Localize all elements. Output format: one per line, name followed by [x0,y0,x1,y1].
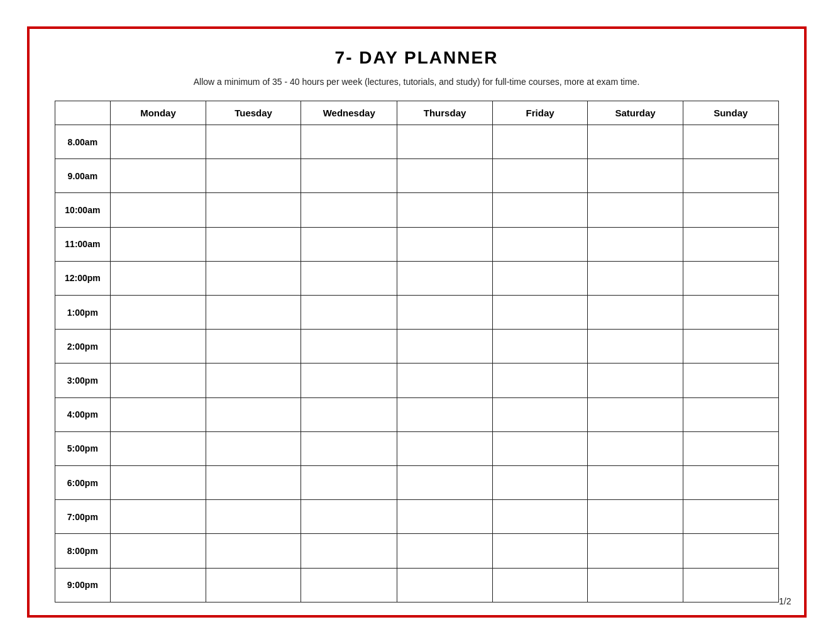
schedule-cell[interactable] [588,568,683,602]
schedule-cell[interactable] [397,193,493,227]
schedule-cell[interactable] [397,364,493,397]
schedule-cell[interactable] [301,364,397,397]
schedule-cell[interactable] [397,534,493,568]
schedule-cell[interactable] [111,500,206,534]
schedule-cell[interactable] [206,296,301,330]
schedule-cell[interactable] [111,261,206,295]
schedule-cell[interactable] [588,330,683,364]
schedule-cell[interactable] [588,227,683,261]
schedule-cell[interactable] [588,296,683,330]
schedule-cell[interactable] [588,466,683,500]
header-sunday: Sunday [683,101,778,125]
schedule-cell[interactable] [683,534,778,568]
schedule-cell[interactable] [493,397,588,431]
schedule-cell[interactable] [111,330,206,364]
schedule-cell[interactable] [206,125,301,159]
schedule-cell[interactable] [493,296,588,330]
schedule-cell[interactable] [397,227,493,261]
schedule-cell[interactable] [493,364,588,397]
schedule-cell[interactable] [206,534,301,568]
schedule-cell[interactable] [111,193,206,227]
schedule-cell[interactable] [588,364,683,397]
schedule-cell[interactable] [111,159,206,193]
schedule-cell[interactable] [397,296,493,330]
schedule-cell[interactable] [301,397,397,431]
schedule-cell[interactable] [493,431,588,465]
schedule-cell[interactable] [206,397,301,431]
schedule-cell[interactable] [301,534,397,568]
schedule-cell[interactable] [588,534,683,568]
schedule-cell[interactable] [206,431,301,465]
schedule-cell[interactable] [588,500,683,534]
schedule-cell[interactable] [111,568,206,602]
schedule-cell[interactable] [397,466,493,500]
schedule-cell[interactable] [397,431,493,465]
schedule-cell[interactable] [301,466,397,500]
schedule-cell[interactable] [301,159,397,193]
schedule-cell[interactable] [683,261,778,295]
schedule-cell[interactable] [301,193,397,227]
schedule-cell[interactable] [588,193,683,227]
schedule-cell[interactable] [111,364,206,397]
schedule-cell[interactable] [588,261,683,295]
schedule-cell[interactable] [301,296,397,330]
schedule-cell[interactable] [111,466,206,500]
schedule-cell[interactable] [301,500,397,534]
schedule-cell[interactable] [588,397,683,431]
schedule-cell[interactable] [683,500,778,534]
schedule-cell[interactable] [301,568,397,602]
schedule-cell[interactable] [493,193,588,227]
schedule-cell[interactable] [493,125,588,159]
schedule-cell[interactable] [206,364,301,397]
schedule-cell[interactable] [588,159,683,193]
schedule-cell[interactable] [683,364,778,397]
schedule-cell[interactable] [683,296,778,330]
schedule-cell[interactable] [588,431,683,465]
schedule-cell[interactable] [397,500,493,534]
schedule-cell[interactable] [493,261,588,295]
schedule-cell[interactable] [206,261,301,295]
schedule-cell[interactable] [493,534,588,568]
schedule-cell[interactable] [493,227,588,261]
schedule-cell[interactable] [397,397,493,431]
schedule-cell[interactable] [206,466,301,500]
schedule-cell[interactable] [683,227,778,261]
schedule-cell[interactable] [683,125,778,159]
schedule-cell[interactable] [683,466,778,500]
schedule-cell[interactable] [493,568,588,602]
schedule-cell[interactable] [206,330,301,364]
schedule-cell[interactable] [111,397,206,431]
schedule-cell[interactable] [206,500,301,534]
schedule-cell[interactable] [397,568,493,602]
schedule-cell[interactable] [397,261,493,295]
schedule-cell[interactable] [111,296,206,330]
schedule-cell[interactable] [111,227,206,261]
schedule-cell[interactable] [683,330,778,364]
schedule-cell[interactable] [301,431,397,465]
schedule-cell[interactable] [111,534,206,568]
schedule-cell[interactable] [683,159,778,193]
schedule-cell[interactable] [206,159,301,193]
schedule-cell[interactable] [493,466,588,500]
schedule-cell[interactable] [301,125,397,159]
schedule-cell[interactable] [493,330,588,364]
schedule-cell[interactable] [111,431,206,465]
header-monday: Monday [111,101,206,125]
schedule-cell[interactable] [397,125,493,159]
schedule-cell[interactable] [683,193,778,227]
schedule-cell[interactable] [206,193,301,227]
schedule-cell[interactable] [683,568,778,602]
schedule-cell[interactable] [206,227,301,261]
schedule-cell[interactable] [301,227,397,261]
schedule-cell[interactable] [493,500,588,534]
schedule-cell[interactable] [206,568,301,602]
schedule-cell[interactable] [111,125,206,159]
schedule-cell[interactable] [397,159,493,193]
schedule-cell[interactable] [397,330,493,364]
schedule-cell[interactable] [588,125,683,159]
schedule-cell[interactable] [683,431,778,465]
schedule-cell[interactable] [493,159,588,193]
schedule-cell[interactable] [683,397,778,431]
schedule-cell[interactable] [301,330,397,364]
schedule-cell[interactable] [301,261,397,295]
